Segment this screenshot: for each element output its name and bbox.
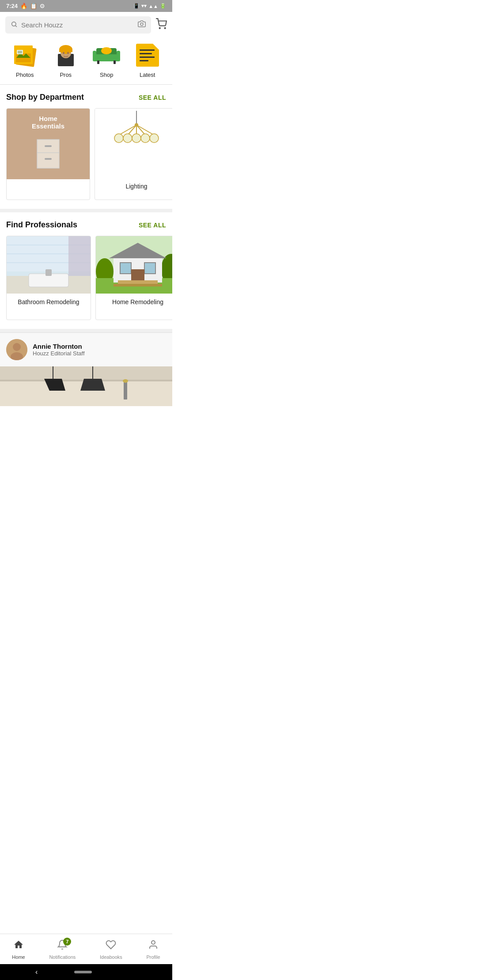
shop-scroll: HomeEssentials [0,108,172,209]
pros-label: Pros [60,72,72,78]
pro-card-home-remodel[interactable]: Home Remodeling [95,236,172,320]
category-item-photos[interactable]: Photos [9,41,41,78]
svg-point-77 [13,343,21,351]
status-left: 7:24 🔥 📋 ⊙ [6,3,45,9]
svg-rect-59 [144,263,155,274]
pros-section-header: Find Professionals SEE ALL [0,212,172,236]
svg-line-33 [136,125,145,135]
search-icon [11,21,18,30]
preview-image [0,366,172,406]
svg-rect-17 [95,54,118,61]
svg-point-87 [123,379,128,383]
signal-icon: ▲▲ [148,4,158,9]
author-section: Annie Thornton Houzz Editorial Staff [0,332,172,366]
category-item-shop[interactable]: Shop [91,41,122,78]
svg-point-3 [159,27,160,28]
category-item-pros[interactable]: Pros [50,41,82,78]
svg-rect-26 [45,145,52,147]
svg-rect-51 [68,236,91,276]
shop-section-title: Shop by Department [6,93,84,102]
author-name: Annie Thornton [33,343,85,350]
shop-section-header: Shop by Department SEE ALL [0,85,172,108]
svg-point-14 [63,52,64,54]
svg-line-1 [15,26,17,27]
shop-card-home-essentials[interactable]: HomeEssentials [6,108,90,200]
section-divider-2 [0,329,172,332]
pros-see-all-button[interactable]: SEE ALL [139,222,166,229]
battery-icon: 🔋 [160,3,166,9]
latest-label: Latest [140,72,155,78]
latest-icon [132,41,163,69]
svg-rect-27 [45,158,52,160]
svg-line-31 [128,125,136,135]
section-divider-1 [0,209,172,212]
shop-label: Shop [100,72,113,78]
svg-rect-18 [93,51,96,61]
camera-icon[interactable] [138,20,146,30]
svg-point-2 [140,23,143,26]
svg-rect-9 [18,51,22,53]
pros-scroll: Bathroom Remodeling [0,236,172,329]
svg-point-15 [67,52,69,54]
svg-rect-86 [124,382,127,400]
pros-icon [50,41,82,69]
svg-point-35 [114,134,123,143]
svg-rect-25 [37,153,59,168]
author-avatar [6,339,27,360]
pro-card-bathroom[interactable]: Bathroom Remodeling [6,236,91,320]
wifi-icon: ▾▾ [141,3,147,9]
svg-rect-21 [114,60,116,64]
status-right: 📳 ▾▾ ▲▲ 🔋 [133,3,166,9]
status-bar: 7:24 🔥 📋 ⊙ 📳 ▾▾ ▲▲ 🔋 [0,0,172,12]
shop-card-lighting[interactable]: Lighting [95,108,172,200]
svg-point-39 [150,134,159,143]
time-display: 7:24 [6,3,18,9]
shop-card-lighting-label: Lighting [95,179,172,193]
flame-icon: 🔥 [20,3,27,9]
photos-icon [9,41,41,69]
svg-rect-50 [45,269,52,276]
category-row: Photos Pros [0,38,172,85]
svg-point-38 [141,134,150,143]
pro-card-bathroom-label: Bathroom Remodeling [7,294,91,311]
category-item-latest[interactable]: Latest [132,41,163,78]
search-bar-container [0,12,172,38]
svg-rect-58 [120,263,131,274]
search-input-wrapper[interactable] [5,16,151,34]
at-icon: ⊙ [40,3,45,9]
cart-button[interactable] [155,18,167,32]
shop-icon [91,41,122,69]
svg-point-22 [101,47,112,54]
author-info: Annie Thornton Houzz Editorial Staff [33,343,85,357]
shop-see-all-button[interactable]: SEE ALL [139,94,166,101]
vibrate-icon: 📳 [133,3,140,9]
svg-marker-85 [80,379,105,391]
pro-card-home-remodel-label: Home Remodeling [96,294,172,311]
clipboard-icon: 📋 [30,3,37,9]
svg-rect-62 [114,284,162,286]
photos-label: Photos [16,72,34,78]
svg-rect-20 [97,60,99,64]
search-input[interactable] [21,21,134,29]
svg-point-4 [165,27,166,28]
pros-section-title: Find Professionals [6,220,77,230]
author-title: Houzz Editorial Staff [33,350,85,357]
svg-point-37 [132,134,141,143]
svg-rect-13 [59,49,72,52]
svg-rect-19 [117,51,120,61]
svg-point-36 [123,134,132,143]
svg-point-0 [12,22,16,26]
